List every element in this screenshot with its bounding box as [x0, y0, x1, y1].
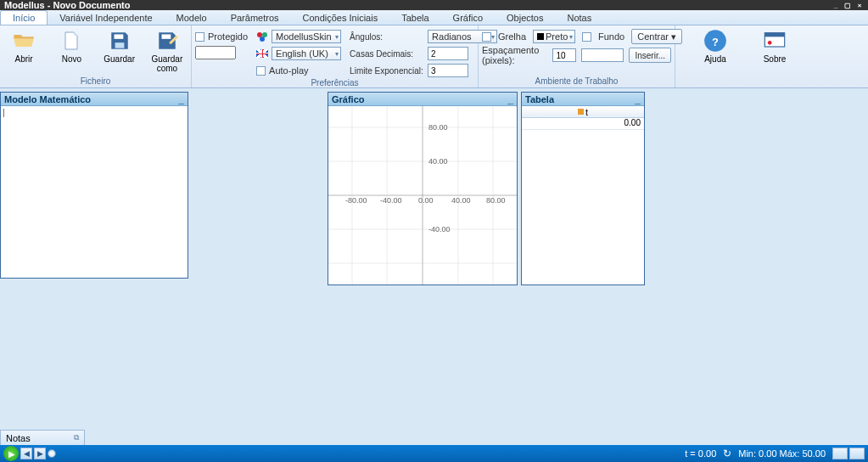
svg-point-1	[262, 32, 267, 37]
chart-canvas[interactable]: 80.00 40.00 -40.00 -80.00 -40.00 0.00 40…	[328, 106, 517, 285]
table-column-header[interactable]: t	[522, 106, 644, 118]
background-path-input[interactable]	[581, 48, 624, 62]
status-view-icon-2[interactable]	[849, 448, 865, 459]
model-text-area[interactable]: |	[1, 106, 188, 278]
table-minimize-button[interactable]: _	[635, 93, 641, 105]
menu-bar: Início Variável Independente Modelo Parâ…	[0, 10, 868, 25]
table-panel-title: Tabela	[525, 94, 554, 104]
grid-checkbox[interactable]	[482, 32, 491, 42]
background-checkbox[interactable]	[582, 32, 591, 42]
save-icon	[108, 29, 132, 53]
svg-point-2	[260, 37, 265, 42]
svg-text:-80.00: -80.00	[345, 196, 367, 205]
tab-modelo[interactable]: Modelo	[165, 11, 219, 25]
restore-icon: ⧉	[74, 433, 79, 442]
save-as-icon	[155, 29, 179, 53]
close-button[interactable]: ×	[854, 2, 865, 8]
step-back-button[interactable]: ◀	[20, 448, 32, 459]
svg-text:?: ?	[712, 36, 719, 48]
app-title: Modellus - Novo Documento	[4, 0, 131, 10]
tab-variavel-independente[interactable]: Variável Independente	[48, 11, 164, 25]
center-button[interactable]: Centrar▾	[631, 29, 682, 44]
chart-panel: Gráfico _ 80.00 40.00 -40.00 -80.00 -40.…	[328, 92, 518, 285]
about-button[interactable]: Sobre	[753, 29, 796, 64]
language-combo[interactable]: English (UK)▾	[272, 47, 341, 60]
svg-text:0.00: 0.00	[418, 196, 434, 205]
status-bar: ▶ ◀ ▶ t = 0.00 ↻ Min: 0.00 Máx: 50.00	[0, 445, 868, 462]
svg-text:80.00: 80.00	[428, 123, 448, 132]
workspace: Modelo Matemático _ | Gráfico _ 80.00 40…	[0, 88, 868, 445]
tab-notas[interactable]: Notas	[555, 11, 603, 25]
grid-color-combo[interactable]: Preto▾	[533, 30, 575, 43]
autoplay-checkbox[interactable]	[256, 66, 266, 76]
tab-grafico[interactable]: Gráfico	[441, 11, 495, 25]
status-view-icon-1[interactable]	[832, 448, 848, 459]
help-icon: ?	[703, 29, 727, 53]
group-label-preferencias: Preferências	[195, 78, 474, 87]
svg-point-7	[768, 41, 772, 45]
exponential-limit-input[interactable]	[428, 64, 468, 77]
table-panel: Tabela _ t 0.00	[521, 92, 645, 285]
svg-text:40.00: 40.00	[451, 196, 471, 205]
step-forward-button[interactable]: ▶	[34, 448, 46, 459]
ribbon: Abrir Novo Guardar Guardar como	[0, 25, 868, 88]
table-body[interactable]: t 0.00	[522, 106, 644, 285]
table-row[interactable]: 0.00	[522, 118, 644, 130]
chart-panel-title: Gráfico	[332, 94, 365, 104]
group-label-ficheiro: Ficheiro	[3, 76, 188, 87]
svg-rect-6	[764, 33, 784, 37]
tab-parametros[interactable]: Parâmetros	[219, 11, 291, 25]
notes-tab[interactable]: Notas ⧉	[0, 430, 85, 445]
maximize-button[interactable]: ▢	[843, 2, 853, 8]
open-button[interactable]: Abrir	[3, 29, 44, 64]
model-minimize-button[interactable]: _	[178, 93, 184, 105]
decimals-input[interactable]	[428, 47, 468, 60]
status-max: Máx: 50.00	[780, 448, 826, 459]
model-panel-title: Modelo Matemático	[4, 94, 91, 104]
tab-objectos[interactable]: Objectos	[495, 11, 555, 25]
chart-minimize-button[interactable]: _	[507, 93, 513, 105]
new-button[interactable]: Novo	[51, 29, 92, 64]
title-bar: Modellus - Novo Documento _ ▢ ×	[0, 0, 868, 10]
skin-combo[interactable]: ModellusSkin▾	[272, 30, 341, 43]
tab-inicio[interactable]: Início	[0, 10, 48, 25]
status-min: Min: 0.00	[738, 448, 776, 459]
time-slider[interactable]	[48, 449, 56, 458]
group-label-ambiente: Ambiente de Trabalho	[482, 76, 671, 87]
about-icon	[763, 29, 787, 53]
insert-button[interactable]: Inserir...	[629, 48, 671, 63]
help-button[interactable]: ? Ajuda	[694, 29, 736, 64]
flag-uk-icon	[256, 49, 268, 58]
svg-text:40.00: 40.00	[428, 157, 448, 166]
svg-text:80.00: 80.00	[486, 196, 506, 205]
new-document-icon	[59, 29, 83, 53]
save-button[interactable]: Guardar	[99, 29, 140, 64]
spacing-input[interactable]	[552, 48, 576, 62]
status-time: t = 0.00	[685, 448, 716, 459]
reset-icon[interactable]: ↻	[723, 448, 731, 459]
tab-condicoes-iniciais[interactable]: Condições Iniciais	[291, 11, 390, 25]
protected-checkbox[interactable]	[195, 32, 204, 42]
svg-text:-40.00: -40.00	[428, 225, 451, 234]
palette-icon	[256, 31, 268, 42]
model-panel: Modelo Matemático _ |	[0, 92, 188, 279]
svg-text:-40.00: -40.00	[380, 196, 402, 205]
minimize-button[interactable]: _	[831, 2, 841, 8]
save-as-button[interactable]: Guardar como	[147, 29, 188, 73]
play-button[interactable]: ▶	[3, 446, 19, 461]
protected-input[interactable]	[195, 46, 236, 59]
svg-point-0	[257, 32, 262, 37]
tab-tabela[interactable]: Tabela	[389, 11, 440, 25]
folder-open-icon	[12, 29, 36, 53]
